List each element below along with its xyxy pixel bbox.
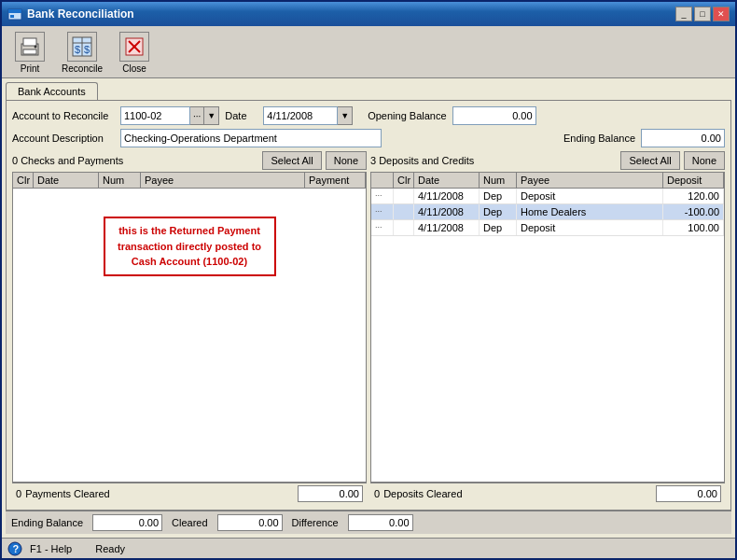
svg-rect-1 xyxy=(8,9,21,13)
table-row[interactable]: ··· 4/11/2008 Dep Deposit 120.00 xyxy=(371,189,724,204)
checks-select-all-button[interactable]: Select All xyxy=(262,151,321,170)
deposits-col-deposit: Deposit xyxy=(663,173,724,188)
close-button-toolbar[interactable]: Close xyxy=(112,30,157,76)
checks-footer-count: 0 xyxy=(16,488,21,499)
svg-rect-4 xyxy=(23,38,36,46)
main-area: Bank Accounts Account to Reconcile ··· ▼… xyxy=(2,78,735,538)
window-icon xyxy=(7,7,22,21)
account-dots-button[interactable]: ··· xyxy=(190,106,204,125)
bottom-difference-label: Difference xyxy=(292,517,339,528)
row2-btn[interactable]: ➔ ··· xyxy=(371,204,394,219)
date-label: Date xyxy=(225,110,257,121)
deposits-col-btn xyxy=(371,173,394,188)
bottom-ending-balance-label: Ending Balance xyxy=(11,517,83,528)
deposits-grid-body[interactable]: ··· 4/11/2008 Dep Deposit 120.00 ➔ xyxy=(371,189,724,482)
account-input[interactable] xyxy=(120,106,190,125)
main-window: Bank Reconciliation _ □ ✕ Print xyxy=(0,0,737,560)
row1-btn[interactable]: ··· xyxy=(371,189,394,203)
deposits-grid: Clr Date Num Payee Deposit ··· 4/11/200 xyxy=(370,172,725,483)
deposits-panel: 3 Deposits and Credits Select All None C… xyxy=(370,151,725,504)
checks-col-payment: Payment xyxy=(305,173,366,188)
row1-deposit: 120.00 xyxy=(663,189,724,203)
bottom-ending-balance-input[interactable] xyxy=(92,514,162,531)
row2-payee: Home Dealers xyxy=(517,204,663,219)
print-icon xyxy=(15,32,45,62)
deposits-none-button[interactable]: None xyxy=(684,151,725,170)
checks-panel-title: 0 Checks and Payments xyxy=(12,155,258,166)
reconcile-button[interactable]: $ $ Reconcile xyxy=(60,30,104,76)
row1-payee: Deposit xyxy=(517,189,663,203)
window-title: Bank Reconciliation xyxy=(27,7,675,21)
checks-footer-value[interactable] xyxy=(298,485,363,502)
account-description-input[interactable] xyxy=(120,129,382,147)
row3-date: 4/11/2008 xyxy=(414,220,480,235)
date-arrow-button[interactable]: ▼ xyxy=(338,106,353,125)
status-bar: ? F1 - Help Ready xyxy=(2,538,735,558)
bottom-difference-input[interactable] xyxy=(348,514,413,531)
reconcile-icon: $ $ xyxy=(67,32,97,62)
tab-bank-accounts[interactable]: Bank Accounts xyxy=(6,82,98,100)
deposits-panel-title: 3 Deposits and Credits xyxy=(370,155,617,166)
title-bar: Bank Reconciliation _ □ ✕ xyxy=(2,2,735,26)
close-icon xyxy=(119,32,149,62)
checks-none-button[interactable]: None xyxy=(326,151,367,170)
opening-balance-input[interactable] xyxy=(452,106,536,125)
table-row[interactable]: ··· 4/11/2008 Dep Deposit 100.00 xyxy=(371,220,724,236)
deposits-col-payee: Payee xyxy=(517,173,663,188)
checks-footer-label: Payments Cleared xyxy=(25,488,298,499)
maximize-button[interactable]: □ xyxy=(694,7,711,21)
checks-col-date: Date xyxy=(34,173,99,188)
table-row[interactable]: ➔ ··· 4/11/2008 Dep Home Dealers -100.00 xyxy=(371,204,724,220)
row3-btn[interactable]: ··· xyxy=(371,220,394,235)
ending-balance-label: Ending Balance xyxy=(563,133,635,144)
bottom-bar: Ending Balance Cleared Difference xyxy=(6,511,731,534)
checks-panel-header: 0 Checks and Payments Select All None xyxy=(12,151,367,170)
toolbar: Print $ $ Reconcile xyxy=(2,26,735,78)
title-buttons: _ □ ✕ xyxy=(675,7,730,21)
bottom-cleared-label: Cleared xyxy=(172,517,208,528)
svg-rect-5 xyxy=(23,49,36,54)
print-button[interactable]: Print xyxy=(7,30,52,76)
bottom-cleared-input[interactable] xyxy=(217,514,283,531)
deposits-footer-label: Deposits Cleared xyxy=(383,488,656,499)
account-combo: ··· ▼ xyxy=(120,106,219,125)
tab-content: Account to Reconcile ··· ▼ Date ▼ Openin… xyxy=(6,100,731,511)
svg-text:?: ? xyxy=(13,543,20,554)
deposits-footer-value[interactable] xyxy=(656,485,721,502)
deposits-select-all-button[interactable]: Select All xyxy=(620,151,679,170)
row3-num: Dep xyxy=(480,220,517,235)
account-description-label: Account Description xyxy=(12,133,115,144)
minimize-button[interactable]: _ xyxy=(675,7,692,21)
close-label: Close xyxy=(122,63,146,74)
checks-grid-header: Clr Date Num Payee Payment xyxy=(13,173,366,189)
close-button[interactable]: ✕ xyxy=(713,7,730,21)
reconcile-label: Reconcile xyxy=(62,63,103,74)
row3-deposit: 100.00 xyxy=(663,220,724,235)
deposits-grid-header: Clr Date Num Payee Deposit xyxy=(371,173,724,189)
checks-footer: 0 Payments Cleared xyxy=(12,483,367,504)
deposits-col-num: Num xyxy=(480,173,517,188)
row2-num: Dep xyxy=(480,204,517,219)
deposits-footer: 0 Deposits Cleared xyxy=(370,483,725,504)
form-row-account: Account to Reconcile ··· ▼ Date ▼ Openin… xyxy=(12,106,725,125)
form-row-description: Account Description Ending Balance xyxy=(12,129,725,147)
account-to-reconcile-label: Account to Reconcile xyxy=(12,110,115,121)
annotation-text: this is the Returned Payment transaction… xyxy=(118,225,261,267)
account-arrow-button[interactable]: ▼ xyxy=(204,106,219,125)
row2-date: 4/11/2008 xyxy=(414,204,480,219)
row1-num: Dep xyxy=(480,189,517,203)
svg-text:$: $ xyxy=(84,44,90,55)
svg-text:$: $ xyxy=(75,44,80,55)
checks-panel: 0 Checks and Payments Select All None Cl… xyxy=(12,151,367,504)
checks-grid-body[interactable]: this is the Returned Payment transaction… xyxy=(13,189,366,482)
ending-balance-input[interactable] xyxy=(641,129,725,147)
tab-bar: Bank Accounts xyxy=(6,82,731,100)
row1-date: 4/11/2008 xyxy=(414,189,480,203)
checks-col-num: Num xyxy=(99,173,141,188)
help-label[interactable]: F1 - Help xyxy=(30,543,72,554)
checks-col-payee: Payee xyxy=(141,173,305,188)
deposits-col-clr: Clr xyxy=(394,173,414,188)
date-input[interactable] xyxy=(263,106,338,125)
row3-payee: Deposit xyxy=(517,220,663,235)
row1-clr xyxy=(394,189,414,203)
